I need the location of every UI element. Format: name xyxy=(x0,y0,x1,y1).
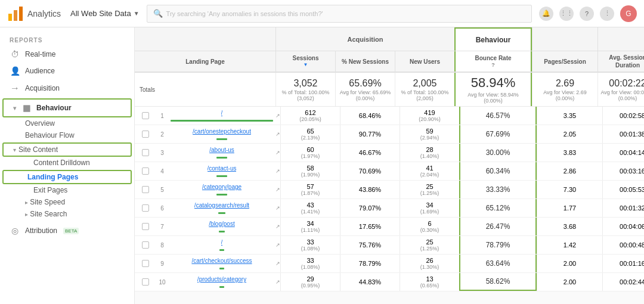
row-checkbox[interactable] xyxy=(135,125,156,143)
row-expand-icon: ↗ xyxy=(275,107,280,125)
row-landing-link[interactable]: /cart/onestepcheckout xyxy=(193,128,251,135)
col-bounce-rate[interactable]: Bounce Rate ? xyxy=(454,51,532,72)
label: Exit Pages xyxy=(33,186,67,194)
sidebar-sub-site-speed[interactable]: ▸ Site Speed xyxy=(0,196,134,208)
row-landing-link[interactable]: /about-us xyxy=(209,147,234,153)
row-new-sessions: 79.07% xyxy=(340,199,400,217)
row-bounce-rate: 26.47% xyxy=(459,218,537,235)
row-link-cell: /contact-us xyxy=(168,162,275,180)
table-row: 7 /blog/post ↗ 34 (1.11%) 17.65% 6 (0.30… xyxy=(135,218,644,236)
new-sessions-value: 70.69% xyxy=(359,167,381,175)
avg-session-value: 00:00:48 xyxy=(620,241,644,249)
row-landing-link[interactable]: /blog/post xyxy=(209,221,234,227)
sidebar-sub-overview[interactable]: Overview xyxy=(0,117,134,129)
row-checkbox[interactable] xyxy=(135,199,156,217)
totals-avg-session-sub: Avg for View: 00:02:22 (0.00%) xyxy=(600,89,644,101)
sidebar-item-behaviour[interactable]: ▾ ▦ Behaviour xyxy=(4,100,131,116)
sidebar-item-attribution[interactable]: ◎ Attribution BETA xyxy=(0,222,134,239)
row-checkbox[interactable] xyxy=(135,218,156,235)
bounce-value: 46.57% xyxy=(486,111,510,120)
row-link-cell: /catalogsearch/result xyxy=(168,199,275,217)
col-landing[interactable]: Landing Page xyxy=(135,51,275,72)
row-checkbox[interactable] xyxy=(135,144,156,162)
pages-value: 2.00 xyxy=(564,278,576,286)
table-container: Acquisition Behaviour Conversions E-comm… xyxy=(135,27,644,291)
row-new-sessions: 78.79% xyxy=(340,255,400,272)
totals-new-sessions-value: 65.69% xyxy=(349,78,381,89)
pages-value: 3.68 xyxy=(564,223,576,230)
row-bounce-rate: 65.12% xyxy=(459,199,537,217)
col-avg-session[interactable]: Avg. Session Duration xyxy=(597,51,644,72)
sessions-pct: (1.41%) xyxy=(301,209,320,215)
col-new-users[interactable]: New Users xyxy=(395,51,454,72)
row-checkbox[interactable] xyxy=(135,181,156,198)
row-landing-link[interactable]: /cart/checkout/success xyxy=(191,258,252,264)
sessions-pct: (2.13%) xyxy=(301,135,320,141)
row-new-sessions: 44.83% xyxy=(340,273,400,291)
row-expand-icon: ↗ xyxy=(275,273,280,291)
sessions-value: 33 xyxy=(306,238,314,246)
avg-session-value: 00:01:16 xyxy=(620,260,644,267)
col-pages[interactable]: Pages/Session xyxy=(532,51,597,72)
row-landing-link[interactable]: / xyxy=(221,239,223,246)
row-landing-link[interactable]: /category/page xyxy=(202,184,242,190)
sidebar-item-audience[interactable]: 👤 Audience xyxy=(0,63,134,79)
totals-bounce-value: 58.94% xyxy=(471,75,516,91)
row-new-sessions: 46.67% xyxy=(340,144,400,162)
settings-icon[interactable]: ⋮ xyxy=(600,7,614,21)
search-bar[interactable]: 🔍 Try searching 'Any anomalies in sessio… xyxy=(147,5,532,23)
row-bounce-rate: 33.33% xyxy=(459,181,537,198)
sidebar-sub-landing-pages[interactable]: Landing Pages xyxy=(4,171,131,183)
apps-icon[interactable]: ⋮⋮ xyxy=(559,7,574,21)
avg-session-value: 00:05:53 xyxy=(620,186,644,193)
label: Site Search xyxy=(30,210,67,218)
expand-icon: ▸ xyxy=(25,211,28,218)
row-checkbox[interactable] xyxy=(135,107,156,125)
row-bounce-rate: 60.34% xyxy=(459,162,537,180)
row-bounce-rate: 63.64% xyxy=(459,255,537,272)
bar-visualization xyxy=(219,231,225,232)
help-icon[interactable]: ? xyxy=(580,7,594,21)
row-landing-link[interactable]: /contact-us xyxy=(208,165,237,172)
sidebar-sub-content-drilldown[interactable]: Content Drilldown xyxy=(0,157,134,169)
sidebar-sub-site-search[interactable]: ▸ Site Search xyxy=(0,208,134,220)
row-landing-link[interactable]: / xyxy=(221,110,223,116)
row-new-users: 41 (2.04%) xyxy=(400,162,459,180)
property-name: All Web Site Data xyxy=(70,9,131,18)
sidebar-item-acquisition[interactable]: → Acquisition xyxy=(0,79,134,97)
sidebar-sub-site-content[interactable]: ▾ Site Content xyxy=(4,144,131,156)
row-link-cell: /blog/post xyxy=(168,218,275,235)
totals-pages: 2.69 Avg for View: 2.69 (0.00%) xyxy=(532,73,597,106)
bar-visualization xyxy=(216,194,227,196)
sidebar-item-label: Behaviour xyxy=(36,104,72,112)
row-checkbox[interactable] xyxy=(135,255,156,272)
totals-new-users-sub: % of Total: 100.00% (2,005) xyxy=(398,89,452,101)
col-new-sessions[interactable]: % New Sessions xyxy=(335,51,395,72)
new-users-pct: (1.69%) xyxy=(420,209,439,215)
new-users-pct: (0.30%) xyxy=(420,227,439,233)
col-sessions[interactable]: Sessions ▼ xyxy=(275,51,335,72)
row-checkbox[interactable] xyxy=(135,236,156,254)
totals-new-sessions-sub: Avg for View: 65.69% (0.00%) xyxy=(338,89,392,101)
row-checkbox[interactable] xyxy=(135,162,156,180)
search-placeholder: Try searching 'Any anomalies in sessions… xyxy=(166,10,323,17)
row-link-cell: / xyxy=(168,236,275,254)
bounce-value: 58.62% xyxy=(486,277,510,286)
row-pages: 2.05 xyxy=(537,125,602,143)
notifications-icon[interactable]: 🔔 xyxy=(539,7,553,21)
row-landing-link[interactable]: /catalogsearch/result xyxy=(194,202,249,209)
sidebar-sub-behaviour-flow[interactable]: Behaviour Flow xyxy=(0,129,134,141)
sort-arrow-icon: ▼ xyxy=(304,62,308,68)
row-landing-link[interactable]: /products/category xyxy=(197,276,246,283)
avatar[interactable]: G xyxy=(620,5,637,22)
row-checkbox[interactable] xyxy=(135,273,156,291)
sidebar-item-realtime[interactable]: ⏱ Real-time xyxy=(0,46,134,63)
bounce-value: 33.33% xyxy=(486,185,510,194)
new-users-pct: (1.25%) xyxy=(420,246,439,252)
row-pages: 2.00 xyxy=(537,255,602,272)
property-selector[interactable]: All Web Site Data ▼ xyxy=(70,9,140,18)
totals-pages-sub: Avg for View: 2.69 (0.00%) xyxy=(535,89,595,101)
table-row: 9 /cart/checkout/success ↗ 33 (1.08%) 78… xyxy=(135,255,644,273)
sidebar-sub-exit-pages[interactable]: Exit Pages xyxy=(0,184,134,196)
row-expand-icon: ↗ xyxy=(275,236,280,254)
